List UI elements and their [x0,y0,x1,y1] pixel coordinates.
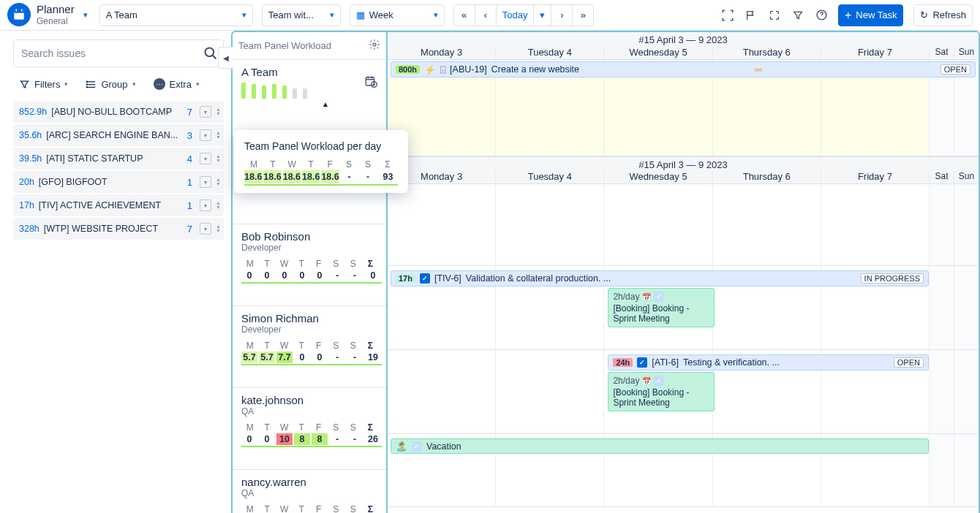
project-count: 3 [184,130,195,141]
task-title: Create a new website [491,64,579,75]
sort-icon[interactable]: ▲▼ [216,107,221,116]
project-row[interactable]: 328h[WTP] WEBSITE PROJECT7▾▲▼ [13,218,224,240]
project-count: 7 [184,107,195,118]
user-role: Developer [241,243,379,253]
mode-select[interactable]: Team wit... ▾ [262,4,341,26]
calendar-header-2: #15 April 3 — 9 2023 Monday 3Tuesday 4We… [388,156,979,184]
user-name: nancy.warren [241,476,379,488]
nav-today-button[interactable]: Today [496,4,535,26]
project-count: 1 [184,200,195,211]
project-name: [WTP] WEBSITE PROJECT [44,224,180,234]
user-name: Simon Richman [241,312,379,324]
day-header: Thursday 6 [712,171,821,183]
day-header: Monday 3 [388,47,495,59]
day-header: Wednesday 5 [603,47,712,59]
project-row[interactable]: 17h[TIV] ACTIVE ACHIEVEMENT1▾▲▼ [13,194,224,216]
booking-kate[interactable]: 2h/day📅✓ [Booking] Booking - Sprint Meet… [608,372,714,411]
project-row[interactable]: 35.6h[ARC] SEARCH ENGINE BAN...3▾▲▼ [13,124,224,146]
task-title: Testing & verification. ... [683,357,780,368]
tree-icon: ⌺ [440,64,445,75]
day-header: Sat [929,171,954,183]
mode-select-value: Team wit... [268,10,325,20]
sort-icon[interactable]: ▲▼ [216,178,221,186]
project-row[interactable]: 20h[GFO] BIGFOOT1▾▲▼ [13,171,224,193]
panel-collapse-button[interactable]: ◀ [218,47,233,69]
nav-prev-button[interactable]: ‹ [475,4,497,26]
sort-icon[interactable]: ▲▼ [216,131,221,140]
task-tiv-6[interactable]: 17h ✓ [TIV-6] Validation & collateral pr… [391,270,929,286]
svg-point-8 [87,86,88,87]
project-name: [GFO] BIGFOOT [39,177,180,187]
sort-icon[interactable]: ▲▼ [216,224,221,233]
calendar: #15 April 3 — 9 2023 Monday 3Tuesday 4We… [388,31,980,513]
project-list: 852.9h[ABU] NO-BULL BOOTCAMP7▾▲▼35.6h[AR… [13,101,224,240]
project-row[interactable]: 39.5h[ATI] STATIC STARTUP4▾▲▼ [13,148,224,170]
nav-first-button[interactable]: « [453,4,475,26]
task-abu-19[interactable]: 800h ⚡ ⌺ [ABU-19] Create a new website ═… [391,61,976,77]
day-header: Sun [954,171,979,183]
nav-next-button[interactable]: › [551,4,573,26]
refresh-button[interactable]: ↻ Refresh [913,4,973,26]
project-menu-icon[interactable]: ▾ [200,153,211,164]
user-row: Bob RobinsonDeveloperMTWTFSSΣ00000--0 [233,224,386,306]
project-menu-icon[interactable]: ▾ [200,129,211,141]
sidebar: Filters ▾ Group ▾ ⋯Extra ▾ 852.9h[ABU] N… [0,31,231,513]
day-header: Sat [929,47,954,59]
vacation-label: Vacation [426,441,461,452]
task-key: [TIV-6] [434,273,461,284]
vacation-bar[interactable]: 🏝️ ✓ Vacation [391,438,929,454]
group-button[interactable]: Group ▾ [80,73,141,95]
flag-icon[interactable] [745,9,758,22]
project-menu-icon[interactable]: ▾ [200,106,211,118]
sort-icon[interactable]: ▲▼ [216,201,221,210]
svg-rect-10 [366,77,374,86]
project-hours: 39.5h [19,153,42,164]
booking-hours: 2h/day [613,376,639,386]
workload-tooltip: Team Panel Workload per day MTWTFSSΣ 18.… [234,130,408,193]
new-task-label: New Task [856,10,897,20]
filter-icon[interactable] [791,9,804,22]
day-header: Thursday 6 [712,47,821,59]
project-name: [ARC] SEARCH ENGINE BAN... [46,130,180,140]
day-header: Tuesday 4 [495,47,603,59]
team-name: A Team [241,66,379,78]
filters-button[interactable]: Filters ▾ [13,73,74,95]
project-name: [ABU] NO-BULL BOOTCAMP [51,107,180,117]
project-menu-icon[interactable]: ▾ [200,176,211,188]
extra-button[interactable]: ⋯Extra ▾ [148,73,206,95]
booking-simon[interactable]: 2h/day📅✓ [Booking] Booking - Sprint Meet… [608,288,714,327]
range-select[interactable]: ▦ Week ▾ [350,4,445,26]
team-select[interactable]: A Team ▾ [99,4,253,26]
help-icon[interactable] [815,9,828,22]
gear-icon[interactable] [369,39,380,53]
project-menu-icon[interactable]: ▾ [200,200,211,211]
day-header: Wednesday 5 [603,171,712,183]
search-icon[interactable] [203,46,218,63]
project-row[interactable]: 852.9h[ABU] NO-BULL BOOTCAMP7▾▲▼ [13,101,224,123]
project-menu-icon[interactable]: ▾ [200,223,211,235]
chevron-down-icon: ▾ [242,10,246,20]
task-ati-6[interactable]: 24h ✓ [ATI-6] Testing & verification. ..… [608,354,929,370]
svg-point-9 [373,43,376,46]
new-task-button[interactable]: +New Task [838,4,903,26]
scan-icon[interactable] [721,9,734,22]
search-input[interactable] [13,39,224,67]
user-role: QA [241,406,379,417]
nav-today-dropdown[interactable]: ▾ [533,4,551,26]
checkbox-icon: ✓ [420,273,430,284]
task-status: OPEN [894,357,924,368]
week-label-2: #15 April 3 — 9 2023 [388,159,979,170]
add-period-icon[interactable] [364,75,377,90]
project-hours: 852.9h [19,107,47,117]
epic-icon: ⚡ [424,64,436,75]
task-title: Validation & collateral production. ... [466,273,611,284]
group-label: Group [101,79,127,90]
top-toolbar: Planner General ▾ A Team ▾ Team wit... ▾… [0,0,980,31]
project-hours: 20h [19,177,34,187]
expand-icon[interactable] [768,9,781,22]
nav-last-button[interactable]: » [572,4,594,26]
app-dropdown-icon[interactable]: ▾ [80,7,91,23]
app-subtitle: General [37,16,75,26]
user-name: Bob Robinson [241,230,379,243]
sort-icon[interactable]: ▲▼ [216,154,221,163]
